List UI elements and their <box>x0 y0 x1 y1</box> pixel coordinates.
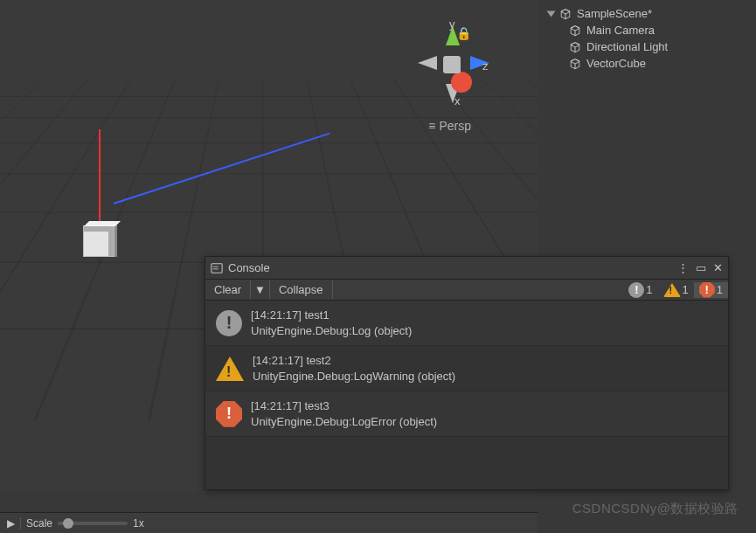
warn-count: 1 <box>683 283 689 296</box>
play-icon[interactable]: ▶ <box>7 517 15 530</box>
log-line-2: UnityEngine.Debug:Log (object) <box>251 323 412 339</box>
console-entry[interactable]: [14:21:17] test2 UnityEngine.Debug:LogWa… <box>205 346 728 391</box>
gameobject-icon <box>569 41 581 53</box>
gizmo-y-label: y <box>449 17 455 31</box>
info-icon: ! <box>628 282 644 298</box>
info-icon: ! <box>216 310 242 336</box>
log-line-1: [14:21:17] test3 <box>251 398 437 414</box>
warning-icon <box>663 283 681 297</box>
gizmo-x-label: x <box>454 94 461 107</box>
clear-button[interactable]: Clear <box>205 280 251 299</box>
error-icon: ! <box>699 282 715 298</box>
projection-toggle[interactable]: Persp <box>428 119 471 133</box>
collapse-button[interactable]: Collapse <box>270 280 333 299</box>
hierarchy-item-label: VectorCube <box>586 57 646 70</box>
clear-dropdown[interactable]: ▼ <box>251 280 270 299</box>
orientation-gizmo[interactable]: y x z <box>411 19 489 115</box>
log-line-1: [14:21:17] test2 <box>253 353 455 369</box>
hierarchy-item[interactable]: Directional Light <box>544 38 749 55</box>
hierarchy-scene-row[interactable]: SampleScene* <box>544 5 749 22</box>
hierarchy-scene-name: SampleScene* <box>577 7 652 20</box>
hierarchy-item[interactable]: VectorCube <box>544 55 749 72</box>
scene-object-cube[interactable] <box>83 225 114 257</box>
scale-value: 1x <box>133 517 144 530</box>
scene-icon <box>559 8 572 20</box>
warning-icon <box>216 356 244 381</box>
foldout-icon[interactable] <box>547 10 556 17</box>
hierarchy-item-label: Directional Light <box>586 40 668 53</box>
gizmo-x-handle[interactable] <box>451 72 472 93</box>
console-toolbar: Clear ▼ Collapse ! 1 1 ! 1 <box>205 280 728 301</box>
hierarchy-item-label: Main Camera <box>586 24 655 37</box>
warn-filter-toggle[interactable]: 1 <box>658 283 694 297</box>
log-line-1: [14:21:17] test1 <box>251 308 412 323</box>
gizmo-neg-cone-1[interactable] <box>418 56 437 70</box>
console-tab-icon <box>211 262 223 274</box>
scale-label: Scale <box>26 517 52 530</box>
info-filter-toggle[interactable]: ! 1 <box>623 282 657 298</box>
scale-slider[interactable] <box>58 522 128 525</box>
gizmo-center[interactable] <box>443 56 461 73</box>
log-line-2: UnityEngine.Debug:LogWarning (object) <box>253 369 455 384</box>
error-filter-toggle[interactable]: ! 1 <box>694 282 728 298</box>
gizmo-z-label: z <box>482 59 489 73</box>
console-title: Console <box>228 261 677 274</box>
console-entry[interactable]: ! [14:21:17] test1 UnityEngine.Debug:Log… <box>205 301 728 346</box>
gameobject-icon <box>569 24 581 37</box>
debug-ray-red <box>99 129 101 232</box>
error-count: 1 <box>717 283 723 296</box>
svg-rect-0 <box>212 263 222 273</box>
panel-menu-icon[interactable]: ⋮ <box>677 261 689 274</box>
hierarchy-item[interactable]: Main Camera <box>544 22 749 38</box>
maximize-icon[interactable]: ▭ <box>696 261 706 274</box>
console-panel[interactable]: Console ⋮ ▭ ✕ Clear ▼ Collapse ! 1 1 ! 1… <box>205 256 729 490</box>
scene-toolbar: ▶ Scale 1x <box>0 512 538 533</box>
error-icon: ! <box>216 401 242 427</box>
info-count: 1 <box>646 283 652 296</box>
log-line-2: UnityEngine.Debug:LogError (object) <box>251 414 437 430</box>
close-icon[interactable]: ✕ <box>713 261 723 274</box>
gameobject-icon <box>569 58 581 70</box>
scale-slider-knob[interactable] <box>63 518 73 529</box>
console-entry[interactable]: ! [14:21:17] test3 UnityEngine.Debug:Log… <box>205 391 728 437</box>
console-titlebar[interactable]: Console ⋮ ▭ ✕ <box>205 257 728 280</box>
console-entries: ! [14:21:17] test1 UnityEngine.Debug:Log… <box>205 301 728 437</box>
